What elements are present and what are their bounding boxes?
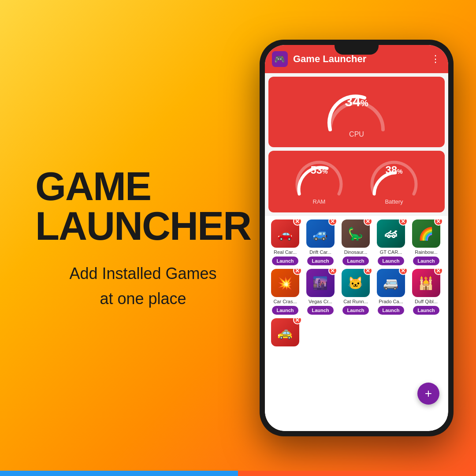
add-game-button[interactable]: + (417, 383, 439, 405)
list-item: 🌆 ✕ Vegas Cr... Launch (304, 269, 337, 315)
launch-button[interactable]: Launch (342, 257, 368, 265)
list-item: 🏎 ✕ GT CAR... Launch (374, 219, 408, 265)
list-item: 🚕 ✕ (268, 318, 302, 346)
launch-button[interactable]: Launch (378, 306, 404, 315)
cpu-gauge-container: 34% CPU (321, 86, 392, 138)
bottom-bar-orange (238, 471, 476, 476)
game-name: Cat Runn... (343, 299, 368, 304)
game-icon-wrapper: 🌆 ✕ (306, 269, 335, 297)
phone-notch (335, 45, 379, 55)
launch-button[interactable]: Launch (378, 257, 404, 265)
list-item: 🚗 ✕ Real Car... Launch (268, 219, 302, 265)
bottom-bar (0, 471, 476, 476)
game-name: Real Car... (274, 249, 297, 255)
launch-button[interactable]: Launch (272, 306, 298, 315)
remove-button[interactable]: ✕ (434, 269, 443, 275)
game-name: Drift Car... (309, 249, 331, 255)
ram-label: RAM (313, 198, 326, 205)
games-row-3: 🚕 ✕ (267, 318, 446, 350)
subtitle-line2: at one place (35, 289, 251, 309)
game-icon-wrapper: 🚙 ✕ (306, 219, 335, 248)
cpu-gauge: 34% (321, 86, 392, 134)
bottom-bar-blue (0, 471, 238, 476)
remove-button[interactable]: ✕ (293, 318, 302, 324)
list-item: 🕌 ✕ Duff Qibl... Launch (409, 269, 443, 315)
games-section: 🚗 ✕ Real Car... Launch 🚙 ✕ Drift Car... … (265, 216, 448, 431)
cpu-value: 34% (345, 93, 368, 110)
battery-value: 38% (385, 164, 402, 176)
phone-mockup: 🎮 Game Launcher ⋮ (260, 40, 454, 436)
ram-battery-card: 53% RAM (268, 151, 445, 212)
game-icon-wrapper: 🚐 ✕ (377, 269, 405, 297)
remove-button[interactable]: ✕ (328, 269, 337, 275)
phone-container: 🎮 Game Launcher ⋮ (251, 40, 462, 436)
menu-icon[interactable]: ⋮ (431, 53, 441, 65)
launch-button[interactable]: Launch (413, 257, 439, 265)
phone-screen: 🎮 Game Launcher ⋮ (265, 45, 448, 431)
launch-button[interactable]: Launch (342, 306, 368, 315)
subtitle: Add Installed Games at one place (35, 259, 251, 309)
app-title: Game Launcher (293, 53, 425, 65)
battery-label: Battery (385, 198, 403, 205)
ram-gauge: 53% (293, 159, 346, 198)
remove-button[interactable]: ✕ (399, 219, 408, 226)
games-row-1: 🚗 ✕ Real Car... Launch 🚙 ✕ Drift Car... … (267, 219, 446, 269)
game-name: Dinosaur... (344, 249, 368, 255)
left-content: GAME LAUNCHER Add Installed Games at one… (35, 167, 251, 309)
game-name: Rainbow... (415, 249, 437, 255)
ram-gauge-container: 53% RAM (293, 159, 346, 205)
list-item: 🐱 ✕ Cat Runn... Launch (339, 269, 372, 315)
title-line2: LAUNCHER (35, 206, 251, 246)
remove-button[interactable]: ✕ (434, 219, 443, 226)
game-name: GT CAR... (380, 249, 402, 255)
app-icon: 🎮 (272, 51, 288, 67)
game-icon-wrapper: 🚕 ✕ (271, 318, 299, 346)
game-icon-wrapper: 🦕 ✕ (342, 219, 370, 248)
game-icon-wrapper: 💥 ✕ (271, 269, 299, 297)
game-icon-wrapper: 🌈 ✕ (412, 219, 440, 248)
remove-button[interactable]: ✕ (328, 219, 337, 226)
launch-button[interactable]: Launch (307, 257, 333, 265)
launch-button[interactable]: Launch (413, 306, 439, 315)
list-item: 🚙 ✕ Drift Car... Launch (304, 219, 337, 265)
subtitle-line1: Add Installed Games (35, 264, 251, 284)
game-icon-wrapper: 🐱 ✕ (342, 269, 370, 297)
remove-button[interactable]: ✕ (364, 219, 372, 226)
game-name: Duff Qibl... (415, 299, 438, 304)
list-item: 🦕 ✕ Dinosaur... Launch (339, 219, 372, 265)
remove-button[interactable]: ✕ (293, 219, 302, 226)
remove-button[interactable]: ✕ (399, 269, 408, 275)
game-name: Car Cras... (273, 299, 297, 304)
game-icon-wrapper: 🏎 ✕ (377, 219, 405, 248)
game-name: Prado Ca... (379, 299, 403, 304)
games-row-2: 💥 ✕ Car Cras... Launch 🌆 ✕ Vegas Cr... L… (267, 269, 446, 318)
background: GAME LAUNCHER Add Installed Games at one… (0, 0, 476, 476)
title-line1: GAME (35, 167, 251, 206)
list-item: 💥 ✕ Car Cras... Launch (268, 269, 302, 315)
launch-button[interactable]: Launch (272, 257, 298, 265)
cpu-card: 34% CPU (268, 77, 445, 147)
ram-value: 53% (310, 164, 327, 176)
remove-button[interactable]: ✕ (364, 269, 372, 275)
list-item: 🚐 ✕ Prado Ca... Launch (374, 269, 408, 315)
list-item: 🌈 ✕ Rainbow... Launch (409, 219, 443, 265)
launch-button[interactable]: Launch (307, 306, 333, 315)
game-icon-wrapper: 🚗 ✕ (271, 219, 299, 248)
battery-gauge-container: 38% Battery (368, 159, 420, 205)
battery-gauge: 38% (368, 159, 420, 198)
remove-button[interactable]: ✕ (293, 269, 302, 275)
game-icon-wrapper: 🕌 ✕ (412, 269, 440, 297)
main-title: GAME LAUNCHER (35, 167, 251, 246)
game-name: Vegas Cr... (309, 299, 332, 304)
